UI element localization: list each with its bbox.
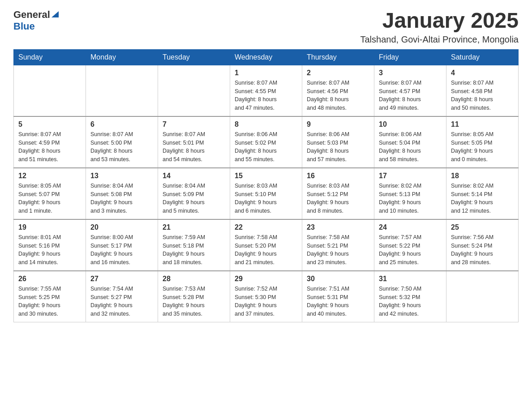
- day-cell: 19Sunrise: 8:01 AM Sunset: 5:16 PM Dayli…: [14, 219, 86, 271]
- day-cell: 2Sunrise: 8:07 AM Sunset: 4:56 PM Daylig…: [302, 65, 374, 116]
- day-number: 18: [451, 172, 514, 180]
- week-row-4: 19Sunrise: 8:01 AM Sunset: 5:16 PM Dayli…: [14, 219, 519, 271]
- day-info: Sunrise: 8:07 AM Sunset: 5:01 PM Dayligh…: [163, 130, 225, 164]
- day-cell: 3Sunrise: 8:07 AM Sunset: 4:57 PM Daylig…: [374, 65, 446, 116]
- calendar-header-row: SundayMondayTuesdayWednesdayThursdayFrid…: [14, 49, 519, 65]
- day-cell: 25Sunrise: 7:56 AM Sunset: 5:24 PM Dayli…: [446, 219, 519, 271]
- day-cell: 1Sunrise: 8:07 AM Sunset: 4:55 PM Daylig…: [230, 65, 302, 116]
- day-number: 11: [451, 120, 514, 128]
- day-number: 7: [163, 120, 225, 128]
- day-number: 20: [90, 223, 153, 231]
- day-number: 10: [379, 120, 442, 128]
- day-cell: 31Sunrise: 7:50 AM Sunset: 5:32 PM Dayli…: [374, 271, 446, 322]
- week-row-3: 12Sunrise: 8:05 AM Sunset: 5:07 PM Dayli…: [14, 168, 519, 219]
- day-cell: 4Sunrise: 8:07 AM Sunset: 4:58 PM Daylig…: [446, 65, 519, 116]
- column-header-friday: Friday: [374, 49, 446, 65]
- column-header-thursday: Thursday: [302, 49, 374, 65]
- day-number: 6: [90, 120, 153, 128]
- day-cell: 15Sunrise: 8:03 AM Sunset: 5:10 PM Dayli…: [230, 168, 302, 219]
- day-number: 23: [307, 223, 369, 231]
- day-info: Sunrise: 7:57 AM Sunset: 5:22 PM Dayligh…: [379, 233, 442, 267]
- column-header-saturday: Saturday: [446, 49, 519, 65]
- day-cell: 23Sunrise: 7:58 AM Sunset: 5:21 PM Dayli…: [302, 219, 374, 271]
- calendar-table: SundayMondayTuesdayWednesdayThursdayFrid…: [13, 49, 519, 322]
- week-row-1: 1Sunrise: 8:07 AM Sunset: 4:55 PM Daylig…: [14, 65, 519, 116]
- calendar-subtitle: Talshand, Govi-Altai Province, Mongolia: [360, 34, 519, 45]
- day-cell: 30Sunrise: 7:51 AM Sunset: 5:31 PM Dayli…: [302, 271, 374, 322]
- day-info: Sunrise: 7:58 AM Sunset: 5:21 PM Dayligh…: [307, 233, 369, 267]
- day-number: 8: [235, 120, 297, 128]
- day-number: 16: [307, 172, 369, 180]
- day-info: Sunrise: 7:56 AM Sunset: 5:24 PM Dayligh…: [451, 233, 514, 267]
- day-number: 19: [18, 223, 81, 231]
- day-cell: [14, 65, 86, 116]
- day-cell: 16Sunrise: 8:03 AM Sunset: 5:12 PM Dayli…: [302, 168, 374, 219]
- day-info: Sunrise: 8:07 AM Sunset: 4:57 PM Dayligh…: [379, 79, 442, 112]
- day-number: 15: [235, 172, 297, 180]
- day-info: Sunrise: 8:04 AM Sunset: 5:09 PM Dayligh…: [163, 182, 225, 215]
- day-info: Sunrise: 7:55 AM Sunset: 5:25 PM Dayligh…: [18, 285, 81, 318]
- day-number: 1: [235, 69, 297, 77]
- day-number: 31: [379, 275, 442, 283]
- day-cell: 11Sunrise: 8:05 AM Sunset: 5:05 PM Dayli…: [446, 116, 519, 168]
- day-number: 29: [235, 275, 297, 283]
- day-info: Sunrise: 7:59 AM Sunset: 5:18 PM Dayligh…: [163, 233, 225, 267]
- day-number: 30: [307, 275, 369, 283]
- day-number: 13: [90, 172, 153, 180]
- day-info: Sunrise: 8:01 AM Sunset: 5:16 PM Dayligh…: [18, 233, 81, 267]
- day-info: Sunrise: 8:06 AM Sunset: 5:02 PM Dayligh…: [235, 130, 297, 164]
- day-info: Sunrise: 8:05 AM Sunset: 5:07 PM Dayligh…: [18, 182, 81, 215]
- day-cell: 29Sunrise: 7:52 AM Sunset: 5:30 PM Dayli…: [230, 271, 302, 322]
- day-number: 4: [451, 69, 514, 77]
- day-cell: 17Sunrise: 8:02 AM Sunset: 5:13 PM Dayli…: [374, 168, 446, 219]
- day-number: 17: [379, 172, 442, 180]
- day-cell: 12Sunrise: 8:05 AM Sunset: 5:07 PM Dayli…: [14, 168, 86, 219]
- day-cell: 7Sunrise: 8:07 AM Sunset: 5:01 PM Daylig…: [158, 116, 230, 168]
- day-cell: 20Sunrise: 8:00 AM Sunset: 5:17 PM Dayli…: [86, 219, 158, 271]
- day-cell: 27Sunrise: 7:54 AM Sunset: 5:27 PM Dayli…: [86, 271, 158, 322]
- day-info: Sunrise: 8:07 AM Sunset: 5:00 PM Dayligh…: [90, 130, 153, 164]
- day-info: Sunrise: 7:50 AM Sunset: 5:32 PM Dayligh…: [379, 285, 442, 318]
- day-info: Sunrise: 7:58 AM Sunset: 5:20 PM Dayligh…: [235, 233, 297, 267]
- day-info: Sunrise: 8:03 AM Sunset: 5:10 PM Dayligh…: [235, 182, 297, 215]
- svg-marker-0: [51, 11, 59, 17]
- day-cell: 8Sunrise: 8:06 AM Sunset: 5:02 PM Daylig…: [230, 116, 302, 168]
- day-cell: 18Sunrise: 8:02 AM Sunset: 5:14 PM Dayli…: [446, 168, 519, 219]
- day-cell: 14Sunrise: 8:04 AM Sunset: 5:09 PM Dayli…: [158, 168, 230, 219]
- day-info: Sunrise: 7:51 AM Sunset: 5:31 PM Dayligh…: [307, 285, 369, 318]
- day-number: 26: [18, 275, 81, 283]
- logo-blue: Blue: [13, 21, 35, 32]
- day-cell: 26Sunrise: 7:55 AM Sunset: 5:25 PM Dayli…: [14, 271, 86, 322]
- column-header-wednesday: Wednesday: [230, 49, 302, 65]
- day-info: Sunrise: 8:03 AM Sunset: 5:12 PM Dayligh…: [307, 182, 369, 215]
- day-number: 5: [18, 120, 81, 128]
- day-info: Sunrise: 8:05 AM Sunset: 5:05 PM Dayligh…: [451, 130, 514, 164]
- day-number: 24: [379, 223, 442, 231]
- day-info: Sunrise: 8:07 AM Sunset: 4:56 PM Dayligh…: [307, 79, 369, 112]
- day-number: 22: [235, 223, 297, 231]
- column-header-monday: Monday: [86, 49, 158, 65]
- logo: General Blue: [13, 9, 59, 32]
- day-info: Sunrise: 8:07 AM Sunset: 4:59 PM Dayligh…: [18, 130, 81, 164]
- day-cell: 6Sunrise: 8:07 AM Sunset: 5:00 PM Daylig…: [86, 116, 158, 168]
- day-info: Sunrise: 8:02 AM Sunset: 5:13 PM Dayligh…: [379, 182, 442, 215]
- day-cell: 9Sunrise: 8:06 AM Sunset: 5:03 PM Daylig…: [302, 116, 374, 168]
- column-header-tuesday: Tuesday: [158, 49, 230, 65]
- day-cell: 10Sunrise: 8:06 AM Sunset: 5:04 PM Dayli…: [374, 116, 446, 168]
- logo-arrow-icon: [51, 11, 59, 17]
- day-info: Sunrise: 8:07 AM Sunset: 4:58 PM Dayligh…: [451, 79, 514, 112]
- day-number: 21: [163, 223, 225, 231]
- day-info: Sunrise: 7:52 AM Sunset: 5:30 PM Dayligh…: [235, 285, 297, 318]
- day-info: Sunrise: 8:02 AM Sunset: 5:14 PM Dayligh…: [451, 182, 514, 215]
- day-cell: 24Sunrise: 7:57 AM Sunset: 5:22 PM Dayli…: [374, 219, 446, 271]
- title-block: January 2025 Talshand, Govi-Altai Provin…: [360, 9, 519, 45]
- day-info: Sunrise: 8:06 AM Sunset: 5:04 PM Dayligh…: [379, 130, 442, 164]
- week-row-5: 26Sunrise: 7:55 AM Sunset: 5:25 PM Dayli…: [14, 271, 519, 322]
- day-number: 14: [163, 172, 225, 180]
- day-cell: [158, 65, 230, 116]
- day-number: 28: [163, 275, 225, 283]
- day-cell: 5Sunrise: 8:07 AM Sunset: 4:59 PM Daylig…: [14, 116, 86, 168]
- day-number: 27: [90, 275, 153, 283]
- day-info: Sunrise: 7:54 AM Sunset: 5:27 PM Dayligh…: [90, 285, 153, 318]
- day-cell: 13Sunrise: 8:04 AM Sunset: 5:08 PM Dayli…: [86, 168, 158, 219]
